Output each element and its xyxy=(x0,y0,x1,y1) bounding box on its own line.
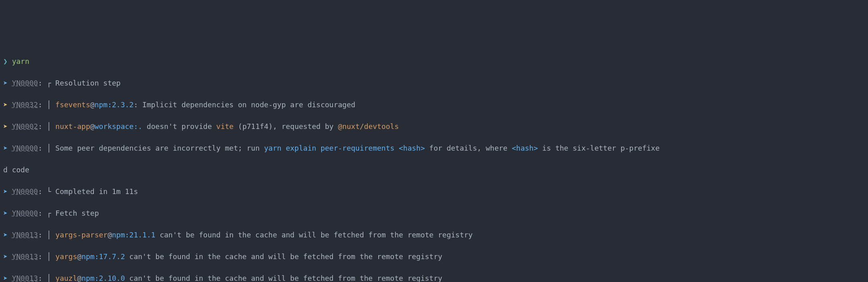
box-corner-icon: ┌ xyxy=(47,79,51,87)
pipe-icon: │ xyxy=(47,274,51,282)
arrow-icon: ➤ xyxy=(3,122,8,131)
arrow-icon: ➤ xyxy=(3,79,8,87)
package-version: npm:17.7.2 xyxy=(81,252,125,261)
log-line: ➤ YN0002: │ nuxt-app@workspace:. doesn't… xyxy=(3,121,865,132)
package-version: workspace:. xyxy=(95,122,142,131)
log-message: : Implicit dependencies on node-gyp are … xyxy=(134,100,355,109)
yarn-code: YN0000 xyxy=(12,79,38,87)
pipe-icon: │ xyxy=(47,100,51,109)
yarn-code: YN0000 xyxy=(12,144,38,152)
yarn-code: YN0013 xyxy=(12,252,38,261)
package-name: yargs xyxy=(55,252,77,261)
log-line: ➤ YN0000: ┌ Resolution step xyxy=(3,78,865,88)
prompt-line[interactable]: ❯ yarn xyxy=(3,56,865,67)
log-line-wrap: d code xyxy=(3,164,865,175)
step-label: Resolution step xyxy=(55,79,121,87)
arrow-icon: ➤ xyxy=(3,144,8,152)
package-version: npm:21.1.1 xyxy=(112,231,155,239)
package-version: npm:2.10.0 xyxy=(81,274,125,282)
log-message: can't be found in the cache and will be … xyxy=(125,252,442,261)
yarn-code: YN0000 xyxy=(12,187,38,196)
hash-placeholder: <hash> xyxy=(399,144,425,152)
pipe-icon: │ xyxy=(47,252,51,261)
box-corner-icon: ┌ xyxy=(47,209,51,217)
log-line: ➤ YN0000: └ Completed in 1m 11s xyxy=(3,186,865,197)
prompt-marker: ❯ xyxy=(3,57,8,65)
log-line: ➤ YN0000: ┌ Fetch step xyxy=(3,208,865,219)
step-label: Fetch step xyxy=(55,209,99,217)
package-name: vite xyxy=(216,122,233,131)
package-name: fsevents xyxy=(55,100,90,109)
pipe-icon: │ xyxy=(47,144,51,152)
package-version: npm:2.3.2 xyxy=(95,100,134,109)
package-name: @nuxt/devtools xyxy=(338,122,399,131)
log-line: ➤ YN0013: │ yauzl@npm:2.10.0 can't be fo… xyxy=(3,273,865,282)
arrow-icon: ➤ xyxy=(3,209,8,217)
yarn-code: YN0013 xyxy=(12,231,38,239)
prompt-command: yarn xyxy=(12,57,29,65)
completion-message: Completed in 1m 11s xyxy=(55,187,138,196)
yarn-code: YN0002 xyxy=(12,122,38,131)
package-name: yargs-parser xyxy=(55,231,107,239)
package-name: yauzl xyxy=(55,274,77,282)
log-message: can't be found in the cache and will be … xyxy=(155,231,473,239)
log-line: ➤ YN0013: │ yargs@npm:17.7.2 can't be fo… xyxy=(3,251,865,262)
pipe-icon: │ xyxy=(47,231,51,239)
arrow-icon: ➤ xyxy=(3,100,8,109)
log-message: can't be found in the cache and will be … xyxy=(125,274,442,282)
log-line: ➤ YN0000: │ Some peer dependencies are i… xyxy=(3,143,865,153)
terminal-output: ❯ yarn ➤ YN0000: ┌ Resolution step ➤ YN0… xyxy=(3,45,865,282)
box-corner-icon: └ xyxy=(47,187,51,196)
package-name: nuxt-app xyxy=(55,122,90,131)
arrow-icon: ➤ xyxy=(3,252,8,261)
arrow-icon: ➤ xyxy=(3,187,8,196)
arrow-icon: ➤ xyxy=(3,231,8,239)
arrow-icon: ➤ xyxy=(3,274,8,282)
pipe-icon: │ xyxy=(47,122,51,131)
log-line: ➤ YN0032: │ fsevents@npm:2.3.2: Implicit… xyxy=(3,99,865,110)
command-text: yarn explain peer-requirements xyxy=(264,144,399,152)
yarn-code: YN0000 xyxy=(12,209,38,217)
log-line: ➤ YN0013: │ yargs-parser@npm:21.1.1 can'… xyxy=(3,229,865,240)
hash-placeholder: <hash> xyxy=(512,144,538,152)
yarn-code: YN0032 xyxy=(12,100,38,109)
yarn-code: YN0013 xyxy=(12,274,38,282)
